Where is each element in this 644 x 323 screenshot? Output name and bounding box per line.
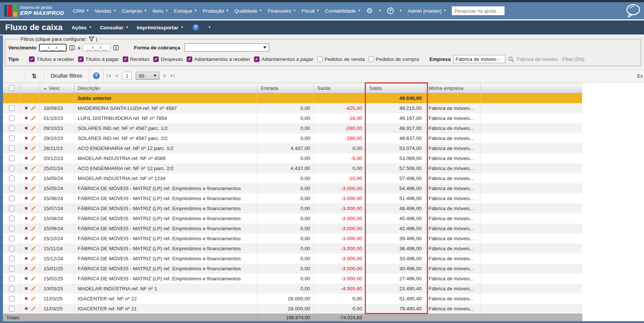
row-checkbox[interactable] <box>9 206 15 211</box>
table-row[interactable]: ✖15/11/24FÁBRICA DE MÓVEIS - MATRIZ (LP)… <box>3 244 582 254</box>
filters-legend[interactable]: Filtros (clique para configurar: ) <box>19 36 99 42</box>
delete-x-icon[interactable]: ✖ <box>25 216 28 221</box>
edit-pencil-icon[interactable] <box>30 166 36 171</box>
delete-x-icon[interactable]: ✖ <box>25 106 28 111</box>
edit-pencil-icon[interactable] <box>30 246 36 251</box>
calendar-from-icon[interactable] <box>69 45 75 50</box>
delete-x-icon[interactable]: ✖ <box>25 196 28 201</box>
table-row[interactable]: ✖15/09/24FÁBRICA DE MÓVEIS - MATRIZ (LP)… <box>3 224 582 234</box>
user-menu[interactable]: Admin [master] ▼ <box>408 8 447 14</box>
row-checkbox[interactable] <box>9 226 15 231</box>
table-row[interactable]: ✖11/03/25IGACENTER ref. NF nº 2228.000,0… <box>3 294 582 304</box>
page-help-caret-icon[interactable]: ▼ <box>208 26 211 29</box>
edit-pencil-icon[interactable] <box>30 256 36 261</box>
select-all-checkbox[interactable] <box>9 85 15 91</box>
edit-pencil-icon[interactable] <box>30 156 36 161</box>
menu-financeiro[interactable]: Financeiro▼ <box>268 8 296 14</box>
filter-checkbox-adiantamentos-a-pagar[interactable]: ✓Adiantamentos a pagar <box>254 56 313 62</box>
row-checkbox[interactable] <box>9 236 15 241</box>
settings-caret-icon[interactable]: ▼ <box>379 9 381 12</box>
edit-pencil-icon[interactable] <box>30 105 36 111</box>
edit-pencil-icon[interactable] <box>30 306 36 311</box>
row-checkbox[interactable] <box>9 246 15 251</box>
column-header-saldo[interactable]: Saldo <box>366 84 425 93</box>
filter-checkbox-receitas[interactable]: ✓Receitas <box>123 56 150 62</box>
delete-x-icon[interactable]: ✖ <box>25 166 28 171</box>
column-header-entrada[interactable]: Entrada <box>257 84 314 93</box>
row-checkbox[interactable] <box>9 125 15 131</box>
row-checkbox[interactable] <box>9 166 15 171</box>
refresh-button[interactable]: ⇄ <box>26 72 44 79</box>
delete-x-icon[interactable]: ✖ <box>25 146 28 151</box>
toolbar-help-icon[interactable]: ? <box>93 72 100 79</box>
page-menu-imprimir-exportar[interactable]: Imprimir/exportar▼ <box>137 25 184 30</box>
edit-pencil-icon[interactable] <box>30 115 36 121</box>
table-row[interactable]: ✖10/03/25MADELAR INDÚSTRIA ref. NF nº 10… <box>3 284 582 294</box>
table-row[interactable]: ✖20/12/23MADELAR INDÚSTRIA ref. NF nº 45… <box>3 153 582 163</box>
table-row[interactable]: ✖15/05/24FÁBRICA DE MÓVEIS - MATRIZ (LP)… <box>3 183 582 193</box>
edit-pencil-icon[interactable] <box>30 286 36 291</box>
next-page-button[interactable] <box>164 74 167 78</box>
chat-bubble-icon[interactable] <box>625 3 641 20</box>
filter-checkbox-t-tulos-a-pagar[interactable]: ✓Títulos a pagar <box>78 56 119 62</box>
prev-page-button[interactable] <box>115 74 118 78</box>
filter-checkbox-despesas[interactable]: ✓Despesas <box>153 56 183 62</box>
menu-estoque[interactable]: Estoque▼ <box>174 8 197 14</box>
column-header-descricao[interactable]: Descrição <box>74 84 257 93</box>
table-row[interactable]: ✖18/09/23MADEIREIRA SANTA LUZIA ref. NF … <box>3 103 582 113</box>
row-checkbox[interactable] <box>9 306 15 311</box>
column-header-minha-empresa[interactable]: Minha empresa <box>425 84 480 93</box>
forma-cobranca-select[interactable] <box>184 43 269 52</box>
help-search-input[interactable] <box>452 6 505 15</box>
edit-pencil-icon[interactable] <box>30 236 36 241</box>
menu-itens[interactable]: Itens▼ <box>152 8 168 14</box>
table-row[interactable]: ✖15/08/24FÁBRICA DE MÓVEIS - MATRIZ (LP)… <box>3 213 582 224</box>
filter-checkbox-t-tulos-a-receber[interactable]: ✓Títulos a receber <box>29 56 74 62</box>
table-row[interactable]: ✖15/01/25FÁBRICA DE MÓVEIS - MATRIZ (LP)… <box>3 264 582 274</box>
filter-checkbox-pedidos-de-venda[interactable]: Pedidos de venda <box>317 56 365 62</box>
settings-gear-icon[interactable]: ⚙ <box>366 7 373 14</box>
delete-x-icon[interactable]: ✖ <box>25 286 28 291</box>
edit-pencil-icon[interactable] <box>30 216 36 221</box>
menu-qualidade[interactable]: Qualidade▼ <box>235 8 262 14</box>
edit-pencil-icon[interactable] <box>30 266 36 271</box>
delete-x-icon[interactable]: ✖ <box>25 126 28 131</box>
delete-x-icon[interactable]: ✖ <box>25 156 28 161</box>
first-page-button[interactable] <box>107 74 111 78</box>
edit-pencil-icon[interactable] <box>30 196 36 201</box>
menu-fiscal[interactable]: Fiscal▼ <box>302 8 319 14</box>
column-header-venc[interactable]: ▲Venc <box>40 84 74 93</box>
page-menu-consultar[interactable]: Consultar▼ <box>100 25 129 30</box>
delete-x-icon[interactable]: ✖ <box>25 116 28 121</box>
row-checkbox[interactable] <box>9 186 15 191</box>
hide-filters-button[interactable]: Ocultar filtros <box>44 73 89 79</box>
table-row[interactable]: ✖15/12/24FÁBRICA DE MÓVEIS - MATRIZ (LP)… <box>3 254 582 264</box>
menu-contabilidade[interactable]: Contabilidade▼ <box>325 8 360 14</box>
row-checkbox[interactable] <box>9 256 15 261</box>
table-row[interactable]: ✖09/10/23SOLARES IND ref. NF nº 4587 par… <box>3 123 582 133</box>
row-checkbox[interactable] <box>9 105 15 111</box>
edit-pencil-icon[interactable] <box>30 136 36 141</box>
help-caret-icon[interactable]: ▼ <box>399 9 402 12</box>
delete-x-icon[interactable]: ✖ <box>25 186 28 191</box>
delete-x-icon[interactable]: ✖ <box>25 226 28 231</box>
edit-pencil-icon[interactable] <box>30 186 36 191</box>
delete-x-icon[interactable]: ✖ <box>25 246 28 251</box>
edit-pencil-icon[interactable] <box>30 296 36 301</box>
menu-crm[interactable]: CRM▼ <box>73 8 89 14</box>
page-size-select[interactable]: 50 <box>136 72 160 80</box>
delete-x-icon[interactable]: ✖ <box>25 256 28 261</box>
row-checkbox[interactable] <box>9 276 15 281</box>
table-row[interactable]: ✖15/07/24FÁBRICA DE MÓVEIS - MATRIZ (LP)… <box>3 203 582 213</box>
empresa-input[interactable] <box>453 55 505 63</box>
delete-x-icon[interactable]: ✖ <box>25 266 28 271</box>
row-checkbox[interactable] <box>9 156 15 161</box>
delete-x-icon[interactable]: ✖ <box>25 236 28 241</box>
filter-checkbox-adiantamentos-a-receber[interactable]: ✓Adiantamentos a receber <box>187 56 250 62</box>
row-checkbox[interactable] <box>9 176 15 181</box>
row-checkbox[interactable] <box>9 146 15 151</box>
vencimento-from-input[interactable] <box>39 44 67 52</box>
row-checkbox[interactable] <box>9 266 15 271</box>
column-header-saida[interactable]: Saída <box>314 84 366 93</box>
table-row[interactable]: ✖26/11/23ACO ENGENHARIA ref. NF nº 12 pa… <box>3 143 582 153</box>
